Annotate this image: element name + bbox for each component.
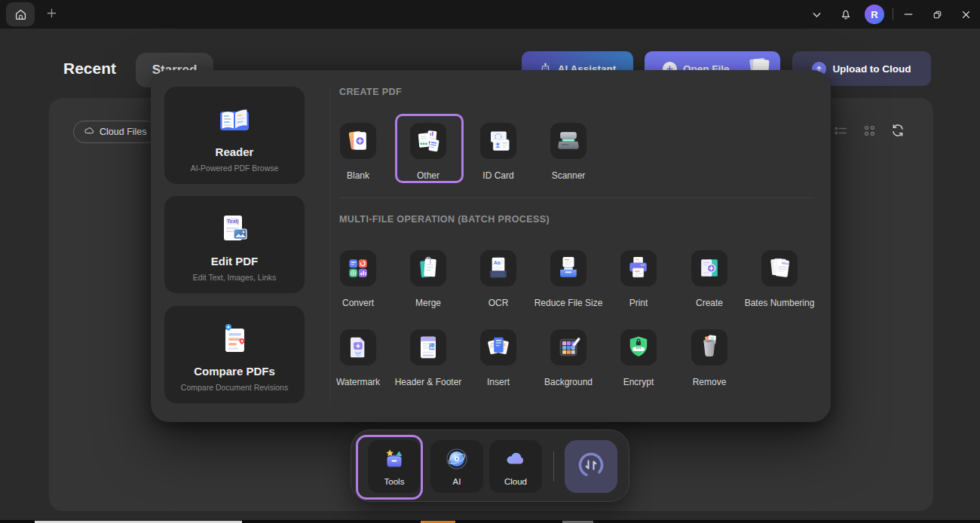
dock-item-cloud[interactable]: Cloud [489,440,542,493]
batch-item-label: Remove [672,377,747,387]
reader-card[interactable]: Reader AI-Powered PDF Browse [164,87,305,184]
list-view-icon [833,123,849,142]
user-avatar[interactable]: R [865,5,884,24]
reader-subtitle: AI-Powered PDF Browse [164,164,305,173]
close-button[interactable] [958,7,973,22]
compare-pdfs-subtitle: Compare Document Revisions [164,383,305,392]
upload-to-cloud-label: Upload to Cloud [832,63,911,75]
edit-pdf-icon-text: Text| [227,219,239,225]
batch-item-encrypt[interactable]: *** Encrypt [601,329,676,387]
blank-icon [340,123,376,159]
list-view-button[interactable] [831,123,850,141]
create-item-label: Other [390,170,466,181]
dock-cloud-label: Cloud [504,477,527,486]
bottom-dock: Tools AI Cloud [351,430,629,502]
grid-view-icon [862,123,877,142]
edit-pdf-card[interactable]: Text| Edit PDF Edit Text, Images, Links [164,196,305,293]
minimize-icon [901,7,916,22]
scanner-icon [550,123,586,159]
chevron-down-icon [809,7,824,22]
encrypt-icon: *** [620,329,657,365]
create-pdf-section-header: CREATE PDF [339,87,402,97]
encrypt-icon-text: *** [636,347,642,351]
titlebar-divider [893,8,893,20]
cloud-icon [84,125,95,139]
insert-icon [480,329,516,365]
cloud-files-button[interactable]: Cloud Files [73,121,158,143]
reduce-file-size-icon [550,250,586,286]
dock-item-tools[interactable]: Tools [368,440,421,493]
create-item-id-card[interactable]: ID Card [461,123,536,181]
batch-item-bates-numbering[interactable]: 000123 Bates Numbering [742,250,817,308]
batch-item-background[interactable]: Background [531,329,606,387]
home-icon [13,7,28,22]
section-divider [339,197,814,198]
create-item-scanner[interactable]: Scanner [531,123,606,181]
maximize-button[interactable] [929,7,945,22]
notifications-button[interactable] [838,7,853,22]
dock-tools-label: Tools [384,477,405,486]
reader-book-icon [213,99,256,142]
sync-progress-icon [575,449,607,484]
batch-item-label: Insert [461,377,536,387]
new-tab-button[interactable] [44,7,59,22]
batch-item-create[interactable]: Create [672,250,747,308]
batch-item-label: Convert [320,298,396,308]
background-icon [550,329,586,365]
cloud-colored-icon [504,447,528,474]
batch-item-watermark[interactable]: Watermark [320,329,396,387]
batch-item-header-footer[interactable]: Header & Footer [390,329,466,387]
batch-item-convert[interactable]: Convert [320,250,396,308]
dock-ai-label: AI [453,477,461,486]
batch-item-label: Create [672,298,747,308]
convert-icon [340,250,376,286]
merge-icon [410,250,446,286]
batch-item-label: Background [531,377,606,387]
tab-recent[interactable]: Recent [63,60,116,78]
grid-view-button[interactable] [860,123,878,141]
compare-pdfs-title: Compare PDFs [164,365,305,378]
reader-title: Reader [164,145,305,158]
batch-item-remove[interactable]: Remove [672,329,747,387]
compare-pdfs-card[interactable]: Compare PDFs Compare Document Revisions [164,306,305,403]
create-item-label: ID Card [461,170,536,181]
refresh-icon [890,122,906,142]
batch-item-label: Reduce File Size [531,298,606,308]
create-item-other[interactable]: Other [390,123,466,181]
edit-pdf-icon: Text| [213,209,256,251]
refresh-button[interactable] [889,123,907,141]
create-item-label: Blank [320,170,396,181]
batch-item-print[interactable]: Print [601,250,676,308]
watermark-icon [340,329,376,365]
dock-item-ai[interactable]: AI [430,440,483,493]
batch-item-merge[interactable]: Merge [390,250,466,308]
titlebar-dropdown-button[interactable] [809,7,824,22]
create-item-blank[interactable]: Blank [320,123,396,181]
compare-pdfs-icon [213,319,256,361]
batch-item-label: Print [601,298,676,308]
batch-item-insert[interactable]: Insert [461,329,536,387]
edit-pdf-title: Edit PDF [164,255,305,268]
minimize-button[interactable] [901,7,916,22]
cloud-files-label: Cloud Files [100,127,147,137]
batch-item-label: Bates Numbering [742,298,817,308]
batch-item-reduce-file-size[interactable]: Reduce File Size [531,250,606,308]
create-icon [691,250,727,286]
dock-divider [553,451,554,482]
ocr-icon-text: Aa [494,260,501,266]
batch-section-header: MULTI-FILE OPERATION (BATCH PROCESS) [339,214,550,225]
ocr-icon: Aa [480,250,516,286]
batch-item-label: Watermark [320,377,396,387]
home-tab[interactable] [6,2,35,26]
other-icon [410,123,446,159]
header-footer-icon [410,329,446,365]
create-item-label: Scanner [531,170,606,181]
batch-item-label: Header & Footer [390,377,466,387]
batch-item-label: Merge [390,298,466,308]
batch-item-ocr[interactable]: Aa OCR [461,250,536,308]
dock-sync-button[interactable] [565,440,617,493]
remove-icon [691,329,727,365]
taskbar-edge [0,520,980,523]
ai-orb-icon [445,447,469,474]
print-icon [620,250,657,286]
